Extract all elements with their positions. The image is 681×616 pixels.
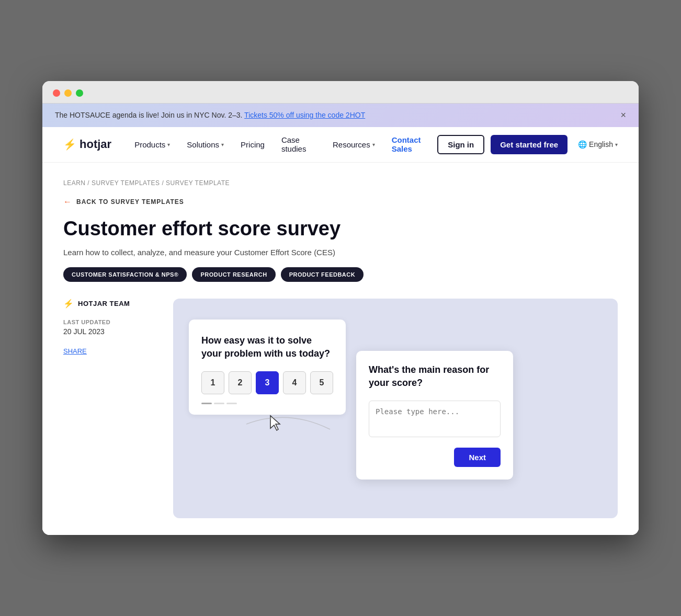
- close-window-button[interactable]: [53, 89, 60, 97]
- navbar: ⚡ hotjar Products ▾ Solutions ▾ Pricing …: [42, 127, 639, 163]
- survey-preview: How easy was it to solve your problem wi…: [173, 299, 618, 518]
- last-updated-date: 20 JUL 2023: [63, 327, 152, 336]
- browser-content: The HOTSAUCE agenda is live! Join us in …: [42, 104, 639, 535]
- nav-links: Products ▾ Solutions ▾ Pricing Case stud…: [128, 131, 437, 157]
- browser-chrome: [42, 81, 639, 104]
- window-controls: [53, 89, 628, 97]
- rating-button-4[interactable]: 4: [283, 371, 306, 394]
- page-content: LEARN / SURVEY TEMPLATES / SURVEY TEMPLA…: [42, 163, 639, 535]
- language-selector[interactable]: 🌐 English ▾: [578, 140, 618, 149]
- progress-dot-2: [214, 403, 224, 404]
- banner-link[interactable]: Tickets 50% off using the code 2HOT: [244, 111, 365, 119]
- rating-buttons: 1 2 3 4 5: [201, 371, 333, 394]
- main-area: ⚡ HOTJAR TEAM LAST UPDATED 20 JUL 2023 S…: [63, 299, 618, 518]
- card-footer: Next: [369, 448, 501, 467]
- banner-close-button[interactable]: ×: [620, 110, 626, 121]
- logo[interactable]: ⚡ hotjar: [63, 138, 111, 151]
- progress-dot-1: [201, 403, 212, 404]
- nav-products[interactable]: Products ▾: [128, 136, 176, 153]
- share-link[interactable]: SHARE: [63, 347, 87, 355]
- author-icon: ⚡: [63, 299, 74, 309]
- globe-icon: 🌐: [578, 140, 587, 149]
- survey-card-1: How easy was it to solve your problem wi…: [189, 320, 346, 414]
- tag-list: CUSTOMER SATISFACTION & NPS® PRODUCT RES…: [63, 267, 618, 282]
- nav-resources[interactable]: Resources ▾: [326, 136, 381, 153]
- tag-product-feedback[interactable]: PRODUCT FEEDBACK: [281, 267, 364, 282]
- announcement-banner: The HOTSAUCE agenda is live! Join us in …: [42, 104, 639, 127]
- survey-question-1: How easy was it to solve your problem wi…: [201, 334, 333, 360]
- get-started-button[interactable]: Get started free: [491, 135, 568, 154]
- survey-question-2: What's the main reason for your score?: [369, 363, 501, 390]
- survey-card-2: What's the main reason for your score? N…: [356, 351, 513, 479]
- minimize-window-button[interactable]: [64, 89, 72, 97]
- page-description: Learn how to collect, analyze, and measu…: [63, 248, 618, 257]
- sign-in-button[interactable]: Sign in: [437, 135, 484, 154]
- logo-text: hotjar: [80, 138, 111, 151]
- chevron-down-icon: ▾: [615, 142, 618, 147]
- rating-button-1[interactable]: 1: [201, 371, 224, 394]
- nav-case-studies[interactable]: Case studies: [275, 131, 322, 157]
- maximize-window-button[interactable]: [76, 89, 83, 97]
- rating-button-2[interactable]: 2: [229, 371, 252, 394]
- chevron-down-icon: ▾: [167, 142, 170, 147]
- chevron-down-icon: ▾: [372, 142, 375, 147]
- browser-window: The HOTSAUCE agenda is live! Join us in …: [42, 81, 639, 535]
- sidebar: ⚡ HOTJAR TEAM LAST UPDATED 20 JUL 2023 S…: [63, 299, 152, 518]
- tag-product-research[interactable]: PRODUCT RESEARCH: [192, 267, 275, 282]
- survey-text-input[interactable]: [369, 401, 501, 437]
- rating-button-3[interactable]: 3: [256, 371, 279, 394]
- author-info: ⚡ HOTJAR TEAM: [63, 299, 152, 309]
- banner-text: The HOTSAUCE agenda is live! Join us in …: [55, 111, 365, 119]
- banner-message: The HOTSAUCE agenda is live! Join us in …: [55, 111, 242, 119]
- next-button[interactable]: Next: [454, 448, 501, 467]
- breadcrumb: LEARN / SURVEY TEMPLATES / SURVEY TEMPLA…: [63, 179, 618, 187]
- progress-dot-3: [226, 403, 237, 404]
- nav-solutions[interactable]: Solutions ▾: [180, 136, 230, 153]
- rating-button-5[interactable]: 5: [310, 371, 333, 394]
- logo-icon: ⚡: [63, 138, 76, 151]
- curve-line: [236, 403, 340, 445]
- back-link[interactable]: ← BACK TO SURVEY TEMPLATES: [63, 197, 618, 207]
- last-updated-label: LAST UPDATED: [63, 319, 152, 325]
- nav-actions: Sign in Get started free 🌐 English ▾: [437, 135, 618, 154]
- tag-customer-satisfaction[interactable]: CUSTOMER SATISFACTION & NPS®: [63, 267, 187, 282]
- chevron-down-icon: ▾: [221, 142, 224, 147]
- nav-pricing[interactable]: Pricing: [234, 136, 271, 153]
- back-arrow-icon: ←: [63, 197, 72, 207]
- page-title: Customer effort score survey: [63, 217, 618, 241]
- nav-contact-sales[interactable]: Contact Sales: [385, 131, 438, 157]
